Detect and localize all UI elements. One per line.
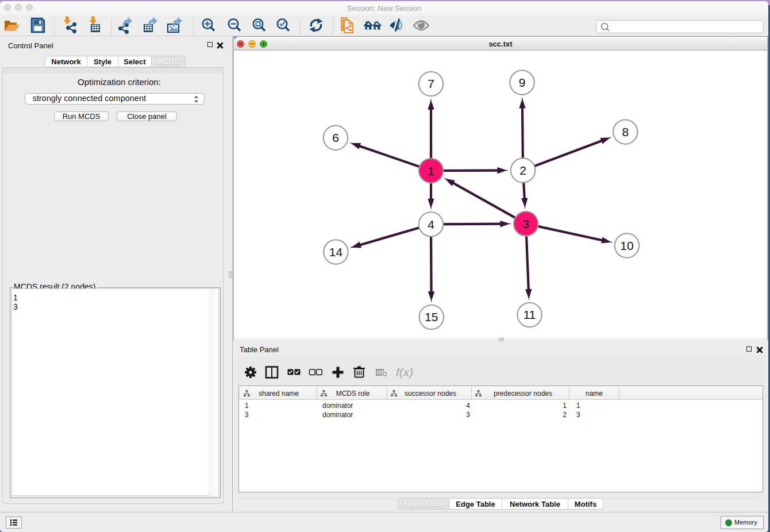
svg-text:10: 10 xyxy=(620,239,633,252)
svg-text:7: 7 xyxy=(428,77,434,90)
svg-text:successor nodes: successor nodes xyxy=(405,390,456,398)
svg-text:2: 2 xyxy=(519,164,526,177)
svg-text:1: 1 xyxy=(428,164,434,178)
svg-text:3: 3 xyxy=(245,411,249,419)
svg-text:dominator: dominator xyxy=(322,402,353,410)
svg-text:6: 6 xyxy=(332,131,339,144)
svg-text:9: 9 xyxy=(519,76,526,89)
svg-text:name: name xyxy=(586,390,603,398)
svg-text:4: 4 xyxy=(466,402,470,410)
svg-text:15: 15 xyxy=(425,310,438,323)
svg-text:8: 8 xyxy=(622,125,629,138)
svg-text:3: 3 xyxy=(576,411,580,419)
svg-text:f(x): f(x) xyxy=(396,365,413,379)
svg-text:11: 11 xyxy=(523,308,536,321)
svg-text:4: 4 xyxy=(428,218,434,231)
svg-text:dominator: dominator xyxy=(322,411,353,419)
svg-text:2: 2 xyxy=(563,411,567,419)
svg-text:14: 14 xyxy=(329,245,343,259)
svg-text:3: 3 xyxy=(522,217,529,230)
svg-text:shared name: shared name xyxy=(259,390,299,398)
svg-text:predecessor nodes: predecessor nodes xyxy=(494,390,552,398)
svg-text:MCDS role: MCDS role xyxy=(336,390,370,398)
svg-text:3: 3 xyxy=(466,411,470,419)
svg-text:1: 1 xyxy=(245,402,249,410)
svg-text:1: 1 xyxy=(576,402,580,410)
svg-text:1: 1 xyxy=(563,402,567,410)
